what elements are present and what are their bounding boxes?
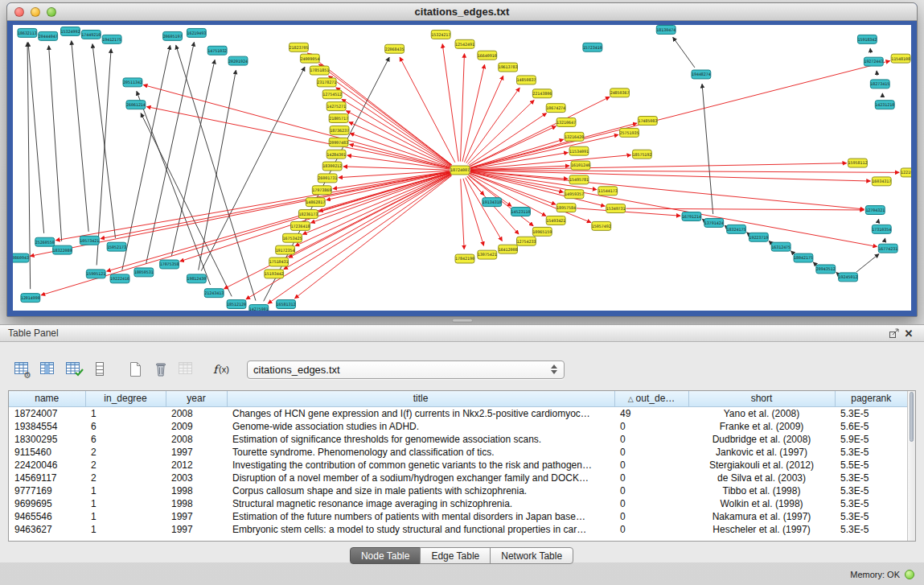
- cell-short[interactable]: Jankovic et al. (1997): [688, 446, 835, 459]
- cell-title[interactable]: Corpus callosum shape and size in male p…: [227, 484, 614, 497]
- graph-node[interactable]: 19812430: [187, 274, 206, 283]
- cell-in_degree[interactable]: 6: [85, 433, 166, 446]
- graph-node[interactable]: 17485083: [638, 117, 657, 126]
- graph-node[interactable]: 15723410: [583, 43, 602, 51]
- cell-short[interactable]: Yano et al. (2008): [688, 406, 835, 420]
- graph-node[interactable]: 25751935: [620, 128, 639, 137]
- cell-year[interactable]: 2008: [166, 406, 227, 420]
- graph-node[interactable]: 18042175: [794, 253, 813, 262]
- import-table-icon[interactable]: [175, 359, 197, 381]
- graph-node[interactable]: 20997483: [329, 138, 348, 146]
- graph-node[interactable]: 17973869: [312, 186, 331, 195]
- cell-out_degree[interactable]: 0: [614, 459, 688, 472]
- scrollbar-thumb[interactable]: [910, 392, 914, 442]
- graph-node[interactable]: 15349731: [606, 204, 626, 213]
- cell-out_degree[interactable]: 0: [614, 446, 688, 459]
- cell-name[interactable]: 9465546: [9, 510, 85, 523]
- table-scrollbar[interactable]: [907, 391, 915, 541]
- graph-node[interactable]: 17449210: [81, 30, 101, 39]
- table-row[interactable]: 2242004622012Investigating the contribut…: [9, 459, 907, 472]
- graph-node[interactable]: 14275271: [326, 102, 346, 111]
- cell-pagerank[interactable]: 5.3E-5: [835, 472, 907, 484]
- cell-title[interactable]: Investigating the contribution of common…: [227, 459, 614, 472]
- graph-node[interactable]: 14959357: [565, 190, 584, 199]
- cell-title[interactable]: Estimation of the future numbers of pati…: [227, 510, 614, 523]
- graph-node[interactable]: 19245012: [839, 273, 858, 282]
- graph-node[interactable]: 21823705: [290, 43, 309, 51]
- graph-node[interactable]: 18575192: [632, 150, 651, 159]
- graph-node[interactable]: 16640910: [478, 51, 497, 60]
- graph-node[interactable]: 26001731: [318, 174, 337, 183]
- cell-short[interactable]: Stergiakouli et al. (2012): [688, 459, 835, 472]
- column-header-in_degree[interactable]: in_degree: [85, 391, 166, 406]
- close-panel-icon[interactable]: ✕: [901, 327, 916, 340]
- cell-pagerank[interactable]: 5.3E-5: [835, 406, 907, 420]
- cell-pagerank[interactable]: 5.5E-5: [835, 459, 907, 472]
- cell-year[interactable]: 2003: [166, 472, 227, 484]
- graph-node[interactable]: 17842190: [455, 254, 474, 263]
- graph-node[interactable]: 20943512: [816, 265, 836, 274]
- cell-pagerank[interactable]: 5.3E-5: [835, 446, 907, 459]
- graph-node[interactable]: 17236418: [291, 221, 310, 230]
- cell-in_degree[interactable]: 1: [85, 406, 166, 420]
- graph-node[interactable]: 18512120: [227, 300, 246, 309]
- graph-node[interactable]: 15493421: [546, 216, 565, 225]
- zoom-window-button[interactable]: [47, 7, 56, 17]
- table-row[interactable]: 969969511998Structural magnetic resonanc…: [9, 497, 907, 510]
- graph-node[interactable]: 23178271: [317, 78, 336, 87]
- window-titlebar[interactable]: citations_edges.txt: [7, 3, 917, 21]
- graph-node[interactable]: 15324217: [431, 30, 450, 39]
- graph-node[interactable]: 19134318: [483, 198, 502, 207]
- cell-out_degree[interactable]: 0: [614, 523, 688, 536]
- column-header-short[interactable]: short: [688, 391, 835, 406]
- cell-out_degree[interactable]: 0: [614, 484, 688, 497]
- graph-node[interactable]: 14275901: [249, 305, 269, 311]
- cell-pagerank[interactable]: 5.3E-5: [835, 497, 907, 510]
- cell-title[interactable]: Embryonic stem cells: a model to study s…: [227, 523, 614, 536]
- cell-year[interactable]: 1998: [166, 484, 227, 497]
- graph-node[interactable]: 11548108: [891, 54, 910, 63]
- cell-in_degree[interactable]: 2: [85, 446, 166, 459]
- graph-node[interactable]: 18273415: [870, 80, 889, 89]
- cell-name[interactable]: 9777169: [9, 484, 85, 497]
- table-row[interactable]: 1830029562008Estimation of significance …: [9, 433, 907, 446]
- graph-node[interactable]: 10674274: [546, 104, 565, 113]
- cell-name[interactable]: 18300295: [9, 433, 85, 446]
- cell-name[interactable]: 9115460: [9, 446, 85, 459]
- cell-pagerank[interactable]: 5.6E-5: [835, 420, 907, 433]
- table-row[interactable]: 977716911998Corpus callosum shape and si…: [9, 484, 907, 497]
- graph-node[interactable]: 14523110: [511, 208, 531, 216]
- cell-in_degree[interactable]: 6: [85, 420, 166, 433]
- cell-short[interactable]: Dudbridge et al. (2008): [688, 433, 835, 446]
- graph-node[interactable]: 18324175: [727, 225, 746, 233]
- table-row[interactable]: 946554611997Estimation of the future num…: [9, 510, 907, 523]
- graph-node[interactable]: 13210647: [556, 118, 576, 127]
- float-panel-icon[interactable]: [887, 327, 901, 340]
- graph-node[interactable]: 14284301: [326, 150, 346, 159]
- graph-node[interactable]: 20444047: [39, 31, 58, 40]
- graph-node[interactable]: 19272443: [864, 57, 883, 66]
- graph-node[interactable]: 16581312: [277, 300, 296, 309]
- graph-node[interactable]: 13075421: [478, 250, 497, 259]
- cell-name[interactable]: 18724007: [9, 406, 85, 420]
- column-header-year[interactable]: year: [166, 391, 227, 406]
- cell-name[interactable]: 14569117: [9, 472, 85, 484]
- column-header-out_degree[interactable]: △out_de…: [614, 391, 688, 406]
- graph-node[interactable]: 15057492: [592, 221, 611, 230]
- graph-node[interactable]: 17310354: [872, 225, 891, 233]
- graph-node[interactable]: 12219877: [901, 168, 911, 177]
- cell-out_degree[interactable]: 0: [614, 420, 688, 433]
- graph-node[interactable]: 10573421: [80, 236, 99, 245]
- graph-node[interactable]: 16791214: [682, 212, 701, 221]
- cell-year[interactable]: 1997: [166, 510, 227, 523]
- minimize-window-button[interactable]: [31, 7, 40, 17]
- graph-node[interactable]: 17851851: [310, 66, 329, 75]
- cell-in_degree[interactable]: 2: [85, 459, 166, 472]
- graph-node[interactable]: 12754512: [322, 90, 342, 99]
- graph-node[interactable]: 18322089: [53, 245, 72, 254]
- graph-node[interactable]: 16774231: [878, 244, 897, 253]
- cell-out_degree[interactable]: 0: [614, 433, 688, 446]
- table-row[interactable]: 911546021997Tourette syndrome. Phenomeno…: [9, 446, 907, 459]
- tab-network-table[interactable]: Network Table: [490, 547, 573, 564]
- cell-year[interactable]: 1998: [166, 497, 227, 510]
